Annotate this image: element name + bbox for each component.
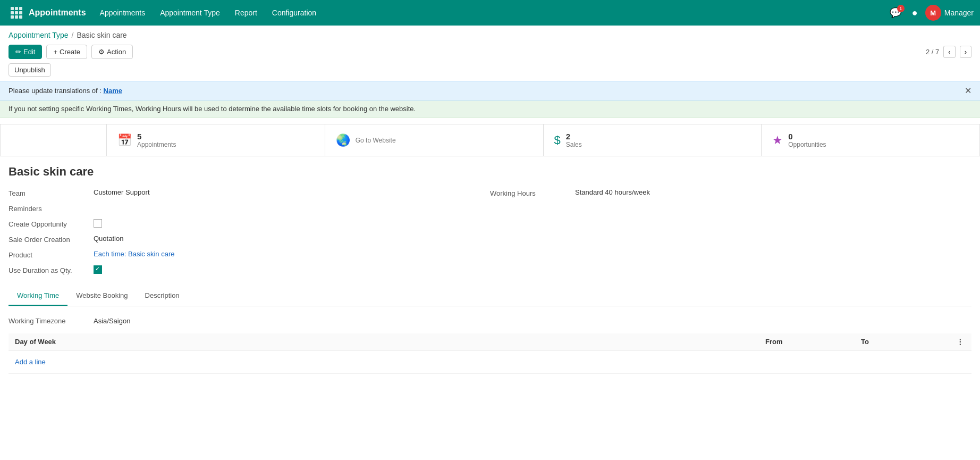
nav-configuration[interactable]: Configuration bbox=[265, 0, 324, 26]
field-team-label: Team bbox=[9, 188, 94, 197]
field-sale-order: Sale Order Creation Quotation bbox=[9, 231, 490, 247]
activity-button[interactable]: ● bbox=[909, 5, 921, 21]
breadcrumb-parent[interactable]: Appointment Type bbox=[9, 31, 69, 39]
edit-button[interactable]: ✏ Edit bbox=[9, 45, 42, 59]
alert-translation-message: Please update translations of : bbox=[9, 87, 104, 95]
stat-spacer bbox=[1, 124, 107, 156]
tab-working-time[interactable]: Working Time bbox=[9, 286, 67, 306]
field-duration-checkbox bbox=[94, 265, 102, 274]
gear-icon: ⚙ bbox=[98, 48, 105, 56]
topnav: Appointments Appointments Appointment Ty… bbox=[0, 0, 980, 26]
form-right: Working Hours Standard 40 hours/week bbox=[490, 185, 971, 278]
field-product-value[interactable]: Each time: Basic skin care bbox=[94, 250, 174, 258]
stat-opportunities-text: 0 Opportunities bbox=[788, 132, 826, 148]
edit-label: Edit bbox=[23, 48, 35, 56]
translation-link[interactable]: Name bbox=[104, 87, 122, 95]
field-team-value: Customer Support bbox=[94, 188, 150, 196]
tab-working-time-content: Working Timezone Asia/Saigon Day of Week… bbox=[9, 306, 971, 382]
breadcrumb-separator: / bbox=[72, 31, 74, 39]
pager-text: 2 / 7 bbox=[926, 48, 939, 56]
stat-opportunities[interactable]: ★ 0 Opportunities bbox=[762, 124, 979, 156]
user-name: Manager bbox=[944, 9, 974, 17]
timezone-label: Working Timezone bbox=[9, 317, 94, 325]
tabs-bar: Working Time Website Booking Description bbox=[9, 286, 971, 306]
nav-report[interactable]: Report bbox=[227, 0, 265, 26]
th-from: From bbox=[759, 333, 855, 350]
field-duration-label: Use Duration as Qty. bbox=[9, 265, 94, 274]
field-create-opp-label: Create Opportunity bbox=[9, 219, 94, 228]
tab-description[interactable]: Description bbox=[137, 286, 188, 306]
field-working-hours-label: Working Hours bbox=[490, 188, 575, 197]
form-left: Team Customer Support Reminders Create O… bbox=[9, 185, 490, 278]
nav-appointment-type[interactable]: Appointment Type bbox=[153, 0, 227, 26]
stat-appointments-label: Appointments bbox=[137, 141, 176, 148]
field-reminders: Reminders bbox=[9, 200, 490, 216]
create-button[interactable]: + Create bbox=[46, 45, 87, 59]
field-product: Product Each time: Basic skin care bbox=[9, 247, 490, 262]
record-title: Basic skin care bbox=[9, 156, 971, 185]
alert-translation: Please update translations of : Name ✕ bbox=[0, 81, 980, 101]
messages-button[interactable]: 💬 1 bbox=[886, 5, 905, 21]
action-label: Action bbox=[107, 48, 126, 56]
field-team: Team Customer Support bbox=[9, 185, 490, 200]
timezone-value: Asia/Saigon bbox=[94, 317, 130, 325]
stat-website-label: Go to Website bbox=[356, 137, 396, 144]
stat-sales[interactable]: $ 2 Sales bbox=[544, 124, 762, 156]
action-button[interactable]: ⚙ Action bbox=[91, 45, 133, 59]
stats-bar: 📅 5 Appointments 🌏 Go to Website $ 2 Sal… bbox=[0, 124, 980, 156]
create-label: Create bbox=[60, 48, 80, 56]
grid-icon bbox=[11, 7, 22, 19]
topnav-right: 💬 1 ● M Manager bbox=[886, 5, 974, 21]
field-sale-order-label: Sale Order Creation bbox=[9, 235, 94, 244]
stat-website[interactable]: 🌏 Go to Website bbox=[325, 124, 544, 156]
topnav-links: Appointments Appointment Type Report Con… bbox=[92, 0, 884, 26]
dollar-icon: $ bbox=[554, 133, 561, 147]
alert-translation-text: Please update translations of : Name bbox=[9, 87, 122, 95]
stat-sales-number: 2 bbox=[566, 132, 582, 141]
breadcrumb-current: Basic skin care bbox=[77, 31, 127, 39]
notification-badge: 1 bbox=[897, 5, 905, 12]
field-product-label: Product bbox=[9, 250, 94, 259]
toolbar: ✏ Edit + Create ⚙ Action 2 / 7 ‹ › bbox=[0, 41, 980, 63]
field-sale-order-value: Quotation bbox=[94, 235, 123, 242]
stat-appointments-number: 5 bbox=[137, 132, 176, 141]
star-icon: ★ bbox=[772, 133, 783, 147]
edit-icon: ✏ bbox=[15, 48, 21, 56]
breadcrumb: Appointment Type / Basic skin care bbox=[0, 26, 980, 41]
table-row: Add a line bbox=[9, 350, 971, 374]
globe-icon: 🌏 bbox=[336, 133, 350, 147]
field-duration-qty: Use Duration as Qty. bbox=[9, 262, 490, 278]
alert-working-time: If you not setting specific Working Time… bbox=[0, 101, 980, 118]
alert-translation-close[interactable]: ✕ bbox=[965, 86, 971, 96]
next-button[interactable]: › bbox=[960, 46, 971, 58]
plus-icon: + bbox=[53, 48, 57, 56]
field-create-opportunity: Create Opportunity bbox=[9, 216, 490, 231]
pager: 2 / 7 bbox=[926, 48, 939, 56]
form-section: Team Customer Support Reminders Create O… bbox=[9, 185, 971, 278]
working-time-table: Day of Week From To ⋮ Add a line bbox=[9, 333, 971, 374]
stat-opportunities-label: Opportunities bbox=[788, 141, 826, 148]
tab-website-booking[interactable]: Website Booking bbox=[67, 286, 136, 306]
alert-working-time-text: If you not setting specific Working Time… bbox=[9, 105, 416, 113]
stat-appointments-text: 5 Appointments bbox=[137, 132, 176, 148]
prev-button[interactable]: ‹ bbox=[943, 46, 955, 58]
avatar: M bbox=[925, 5, 941, 21]
th-day: Day of Week bbox=[9, 333, 759, 350]
calendar-icon: 📅 bbox=[117, 133, 132, 147]
brand[interactable]: Appointments bbox=[6, 7, 90, 19]
nav-appointments[interactable]: Appointments bbox=[92, 0, 153, 26]
timezone-row: Working Timezone Asia/Saigon bbox=[9, 315, 971, 327]
user-menu[interactable]: M Manager bbox=[925, 5, 974, 21]
field-working-hours-value: Standard 40 hours/week bbox=[575, 188, 650, 196]
stat-website-text: Go to Website bbox=[356, 137, 396, 144]
stat-appointments[interactable]: 📅 5 Appointments bbox=[107, 124, 325, 156]
main-content: Basic skin care Team Customer Support Re… bbox=[0, 156, 980, 391]
stat-sales-text: 2 Sales bbox=[566, 132, 582, 148]
field-create-opp-checkbox bbox=[94, 219, 102, 228]
add-line-cell: Add a line bbox=[9, 350, 971, 374]
unpublish-button[interactable]: Unpublish bbox=[9, 63, 51, 77]
add-line-button[interactable]: Add a line bbox=[15, 355, 46, 369]
field-reminders-label: Reminders bbox=[9, 204, 94, 213]
stat-opportunities-number: 0 bbox=[788, 132, 826, 141]
column-menu-icon[interactable]: ⋮ bbox=[957, 338, 964, 346]
